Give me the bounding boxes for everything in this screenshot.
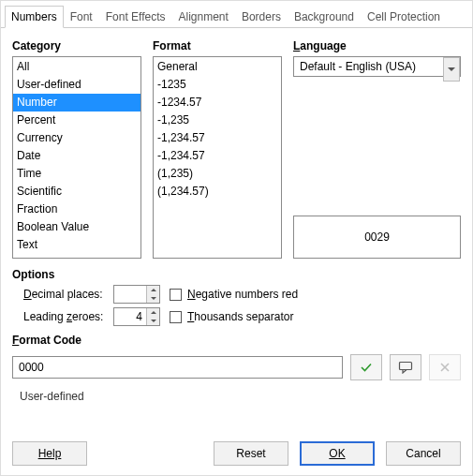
x-icon bbox=[438, 361, 451, 374]
ok-button[interactable]: OK bbox=[300, 441, 375, 466]
language-select[interactable]: Default - English (USA) bbox=[293, 56, 461, 77]
format-item[interactable]: -1,235 bbox=[154, 112, 281, 129]
category-label: Category bbox=[12, 39, 141, 52]
format-label: Format bbox=[153, 39, 282, 52]
tab-label: Borders bbox=[242, 10, 281, 23]
check-icon bbox=[359, 360, 374, 375]
tab-numbers[interactable]: Numbers bbox=[5, 6, 64, 28]
tab-borders[interactable]: Borders bbox=[235, 6, 288, 28]
language-value: Default - English (USA) bbox=[294, 57, 443, 76]
comment-icon bbox=[398, 361, 413, 374]
leading-zeroes-label: Leading zeroes: bbox=[12, 310, 104, 323]
format-item[interactable]: General bbox=[154, 58, 281, 76]
category-item-user-defined[interactable]: User-defined bbox=[13, 76, 140, 94]
tab-strip: Numbers Font Font Effects Alignment Bord… bbox=[1, 1, 472, 28]
format-item[interactable]: (1,234.57) bbox=[154, 183, 281, 201]
negative-red-checkbox[interactable]: Negative numbers red bbox=[170, 288, 298, 301]
spinner-up-icon[interactable] bbox=[147, 286, 159, 294]
decimal-places-spinner[interactable] bbox=[113, 285, 160, 304]
category-item-currency[interactable]: Currency bbox=[13, 129, 140, 147]
format-item[interactable]: -1,234.57 bbox=[154, 147, 281, 165]
accept-button[interactable] bbox=[350, 354, 382, 380]
spinner-down-icon[interactable] bbox=[147, 294, 159, 303]
tab-label: Font Effects bbox=[106, 10, 166, 23]
tab-background[interactable]: Background bbox=[288, 6, 361, 28]
format-item[interactable]: -1235 bbox=[154, 76, 281, 94]
tab-label: Numbers bbox=[11, 10, 57, 23]
category-item-time[interactable]: Time bbox=[13, 165, 140, 183]
tab-label: Alignment bbox=[179, 10, 229, 23]
category-item-fraction[interactable]: Fraction bbox=[13, 201, 140, 218]
format-item[interactable]: -1,234.57 bbox=[154, 129, 281, 147]
spinner-up-icon[interactable] bbox=[147, 308, 159, 317]
checkbox-icon bbox=[170, 289, 182, 301]
help-button[interactable]: Help bbox=[12, 441, 87, 466]
tab-cell-protection[interactable]: Cell Protection bbox=[361, 6, 447, 28]
category-item-date[interactable]: Date bbox=[13, 147, 140, 165]
svg-rect-0 bbox=[400, 363, 412, 370]
thousands-sep-checkbox[interactable]: Thousands separator bbox=[170, 310, 293, 323]
category-item-percent[interactable]: Percent bbox=[13, 112, 140, 129]
category-item-all[interactable]: All bbox=[13, 58, 140, 76]
decimal-places-value[interactable] bbox=[114, 286, 146, 303]
category-listbox[interactable]: All User-defined Number Percent Currency… bbox=[12, 56, 141, 259]
chevron-down-icon[interactable] bbox=[443, 57, 460, 82]
format-code-label: Format Code bbox=[12, 334, 461, 347]
category-item-boolean[interactable]: Boolean Value bbox=[13, 218, 140, 236]
tab-font[interactable]: Font bbox=[64, 6, 99, 28]
spinner-down-icon[interactable] bbox=[147, 317, 159, 325]
reset-button[interactable]: Reset bbox=[214, 441, 288, 466]
dialog-button-bar: Help Reset OK Cancel bbox=[1, 441, 472, 466]
delete-button[interactable] bbox=[429, 354, 461, 380]
format-cells-dialog: Numbers Font Font Effects Alignment Bord… bbox=[0, 0, 473, 476]
leading-zeroes-value[interactable]: 4 bbox=[114, 308, 146, 325]
language-label: Language bbox=[293, 39, 461, 52]
tab-label: Background bbox=[294, 10, 354, 23]
tab-content: Category All User-defined Number Percent… bbox=[1, 28, 472, 403]
format-code-input[interactable] bbox=[12, 356, 343, 379]
leading-zeroes-spinner[interactable]: 4 bbox=[113, 307, 160, 326]
tab-label: Cell Protection bbox=[367, 10, 440, 23]
options-label: Options bbox=[12, 268, 461, 281]
tab-alignment[interactable]: Alignment bbox=[172, 6, 235, 28]
tab-label: Font bbox=[70, 10, 93, 23]
status-text: User-defined bbox=[20, 390, 461, 403]
thousands-sep-label: Thousands separator bbox=[187, 310, 293, 323]
category-item-scientific[interactable]: Scientific bbox=[13, 183, 140, 201]
category-item-number[interactable]: Number bbox=[13, 94, 140, 112]
decimal-places-label: Decimal places: bbox=[12, 288, 104, 301]
format-preview: 0029 bbox=[293, 216, 461, 259]
category-item-text[interactable]: Text bbox=[13, 236, 140, 254]
negative-red-label: Negative numbers red bbox=[187, 288, 298, 301]
format-listbox[interactable]: General -1235 -1234.57 -1,235 -1,234.57 … bbox=[153, 56, 282, 259]
format-item[interactable]: (1,235) bbox=[154, 165, 281, 183]
format-item[interactable]: -1234.57 bbox=[154, 94, 281, 112]
cancel-button[interactable]: Cancel bbox=[386, 441, 461, 466]
comment-button[interactable] bbox=[390, 354, 421, 380]
preview-value: 0029 bbox=[364, 231, 390, 244]
checkbox-icon bbox=[170, 311, 182, 323]
tab-font-effects[interactable]: Font Effects bbox=[99, 6, 172, 28]
